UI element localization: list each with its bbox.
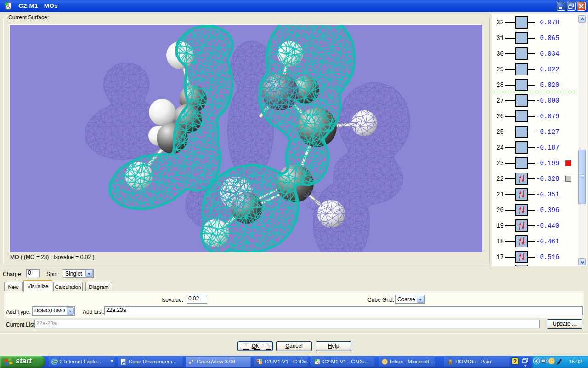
svg-text:?: ? [514,358,517,365]
